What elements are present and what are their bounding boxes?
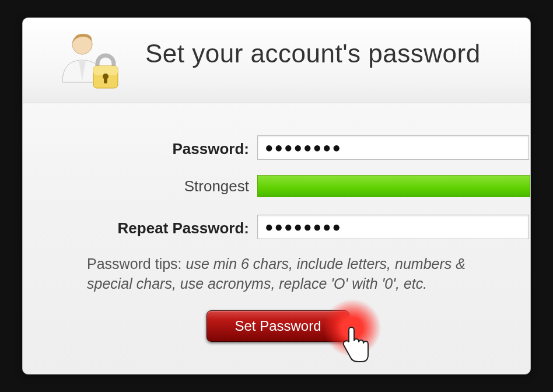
user-lock-icon xyxy=(58,30,128,94)
password-card: Set your account's password Password: ●●… xyxy=(22,18,531,374)
tips-prefix: Password tips: xyxy=(87,256,186,272)
submit-wrap: Set Password xyxy=(206,310,382,342)
strength-label: Strongest xyxy=(64,177,249,195)
page-title: Set your account's password xyxy=(145,39,481,68)
password-tips: Password tips: use min 6 chars, include … xyxy=(64,254,489,294)
svg-rect-4 xyxy=(104,76,107,83)
strength-bar xyxy=(257,175,530,197)
repeat-password-row: Repeat Password: ●●●●●●●● xyxy=(64,215,489,243)
repeat-password-label: Repeat Password: xyxy=(64,219,249,237)
card-header: Set your account's password xyxy=(23,18,530,103)
card-body: Password: ●●●●●●●● Strongest Repeat Pass… xyxy=(23,103,530,294)
strength-row: Strongest xyxy=(64,175,489,198)
password-input[interactable]: ●●●●●●●● xyxy=(257,135,529,160)
password-row: Password: ●●●●●●●● xyxy=(64,135,489,163)
set-password-button[interactable]: Set Password xyxy=(206,310,349,342)
repeat-password-input[interactable]: ●●●●●●●● xyxy=(257,215,529,239)
password-label: Password: xyxy=(64,140,249,158)
